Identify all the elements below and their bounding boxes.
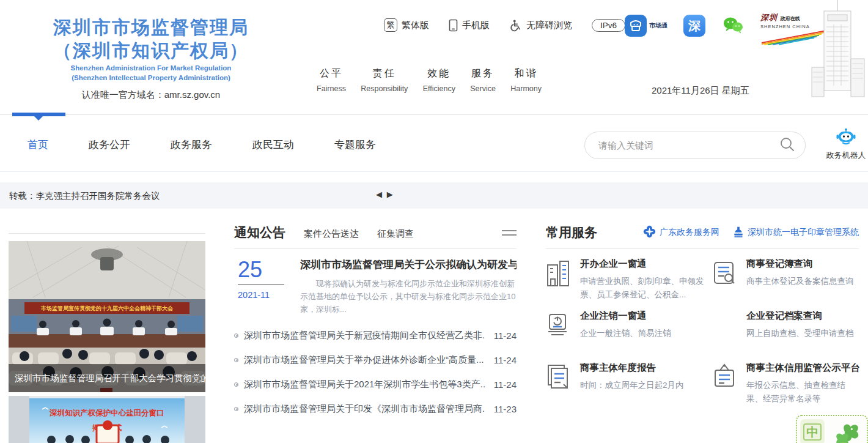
- org-subtitle-line2: (Shenzhen Intellectual Property Administ…: [15, 73, 287, 82]
- value-service: 服务 Service: [470, 67, 496, 93]
- robot-icon: [836, 138, 856, 148]
- org-title-line2: （深圳市知识产权局）: [15, 39, 287, 62]
- accessibility-link[interactable]: 无障碍浏览: [509, 19, 572, 32]
- mobile-version-link[interactable]: 手机版: [449, 19, 490, 32]
- notice-list-item[interactable]: 深圳市市场监督管理局关于举办促进体外诊断企业“高质量... 11-24: [234, 348, 517, 372]
- ticker-next-icon[interactable]: ▶: [387, 190, 394, 199]
- ipv6-link[interactable]: IPv6: [592, 19, 625, 32]
- featured-title[interactable]: 深圳市市场监督管理局关于公示拟确认为研发与标...: [300, 258, 517, 272]
- carousel-slide-unveiling[interactable]: 深圳知识产权保护中心盐田分窗口 揭牌仪式: [9, 396, 205, 443]
- traditional-chinese-label: 繁体版: [402, 20, 429, 31]
- document-search-icon: [712, 259, 737, 288]
- featured-date-rule: [238, 285, 284, 285]
- main-navbar: 首页 政务公开 政务服务 政民互动 专题服务 政务机器人: [0, 114, 868, 172]
- news-ticker: 转载：李克强主持召开国务院常务会议 ◀ ▶: [0, 182, 868, 209]
- service-text: 开办企业一窗通 申请营业执照、刻制印章、申领发票、员工参保登记、公积金...: [580, 258, 712, 302]
- shichangtong-app-icon: [625, 15, 647, 37]
- featured-notice[interactable]: 25 2021-11 深圳市市场监督管理局关于公示拟确认为研发与标... 现将拟…: [234, 258, 517, 316]
- unveiling-photo-image: 深圳知识产权保护中心盐田分窗口 揭牌仪式: [9, 396, 205, 443]
- carousel-slide-conference[interactable]: 市场监管局宣传贯彻党的十九届六中全会精神干部大会: [9, 241, 205, 392]
- svg-text:市场监管局宣传贯彻党的十九届六中全会精神干部大会: 市场监管局宣传贯彻党的十九届六中全会精神干部大会: [40, 305, 174, 311]
- service-credit-platform[interactable]: 商事主体信用监管公示平台 年报公示信息、抽查检查结果、经营异常名录等: [712, 362, 859, 414]
- zhong-tile: 中: [800, 419, 825, 443]
- hanging-board-icon: [712, 363, 737, 392]
- search-button[interactable]: [779, 136, 805, 154]
- site-logo[interactable]: 深圳市市场监督管理局 （深圳市知识产权局） Shenzhen Administr…: [15, 16, 287, 101]
- featured-date: 25 2021-11: [234, 258, 285, 316]
- nav-item-gov-services[interactable]: 政务服务: [171, 138, 212, 152]
- traditional-chinese-icon: 繁: [384, 18, 397, 32]
- services-links: 广东政务服务网 深圳市统一电子印章管理系统: [643, 225, 859, 241]
- nav-item-gov-disclosure[interactable]: 政务公开: [89, 138, 130, 152]
- bullet-icon: [234, 358, 238, 362]
- value-responsibility: 责任 Responsibility: [361, 67, 408, 93]
- notice-list-item[interactable]: 深圳市市场监督管理局关于印发《深圳市市场监督管理局商... 11-23: [234, 396, 517, 421]
- ipv6-badge: IPv6: [592, 19, 625, 32]
- service-text: 商事主体年度报告 时间：成立周年之日起2月内: [580, 362, 684, 392]
- nav-item-special-topics[interactable]: 专题服务: [334, 138, 376, 152]
- e-seal-system-link[interactable]: 深圳市统一电子印章管理系统: [733, 226, 859, 239]
- services-title: 常用服务: [546, 224, 597, 241]
- nav-active-indicator: [12, 113, 65, 116]
- building-sketch-image: [800, 0, 868, 100]
- nav-item-interaction[interactable]: 政民互动: [252, 138, 294, 152]
- services-grid: 开办企业一窗通 申请营业执照、刻制印章、申领发票、员工参保登记、公积金... 商…: [546, 258, 859, 414]
- service-text: 企业登记档案查询 网上自助查档、受理申请查档: [746, 310, 854, 340]
- tab-surveys[interactable]: 征集调查: [377, 228, 414, 240]
- services-header: 常用服务 广东政务服务网 深圳市统一电子印章管理系统: [546, 224, 859, 241]
- service-text: 企业注销一窗通 企业一般注销、简易注销: [580, 310, 671, 340]
- clover-leaves-icon: [827, 419, 864, 443]
- shichangtong-app-label: 市场通: [649, 21, 668, 30]
- papers-icon: [546, 363, 570, 392]
- power-icon: [546, 311, 570, 340]
- notice-list: 深圳市市场监督管理局关于新冠疫情期间全市仅经营乙类非... 11-24 深圳市市…: [234, 323, 517, 421]
- featured-summary: 现将拟确认为研发与标准化同步示范企业和深圳标准创新示范基地的单位予以公示，其中研…: [300, 277, 517, 316]
- services-divider: [546, 248, 859, 249]
- service-annual-report[interactable]: 商事主体年度报告 时间：成立周年之日起2月内: [546, 362, 712, 414]
- ticker-prev-icon[interactable]: ◀: [376, 190, 383, 199]
- service-deregistration[interactable]: 企业注销一窗通 企业一般注销、简易注销: [546, 310, 712, 362]
- green-float-widget[interactable]: 中: [796, 415, 868, 443]
- notice-list-item[interactable]: 深圳市市场监督管理局关于新冠疫情期间全市仅经营乙类非... 11-24: [234, 323, 517, 348]
- search-input[interactable]: [585, 140, 779, 151]
- wechat-link[interactable]: [721, 15, 745, 37]
- zhong-glyph: 中: [803, 423, 822, 441]
- site-header: 深圳市市场监督管理局 （深圳市知识产权局） Shenzhen Administr…: [0, 0, 868, 114]
- carousel-caption: 深圳市市场监督管理局召开干部大会学习贯彻党的十...: [9, 364, 205, 392]
- value-efficiency: 效能 Efficiency: [423, 67, 455, 93]
- org-subtitle-line1: Shenzhen Administration For Market Regul…: [15, 64, 287, 72]
- gov-robot-link[interactable]: 政务机器人: [824, 128, 868, 161]
- notices-more-icon[interactable]: [502, 227, 517, 239]
- featured-month: 2021-11: [238, 290, 285, 300]
- photo-carousel: 市场监管局宣传贯彻党的十九届六中全会精神干部大会: [9, 233, 205, 443]
- shichangtong-app-link[interactable]: 市场通: [625, 15, 668, 37]
- ticker-controls: ◀ ▶: [376, 190, 394, 199]
- building-icon: [546, 259, 570, 288]
- tab-case-announcements[interactable]: 案件公告送达: [304, 228, 359, 240]
- official-domain-note: 认准唯一官方域名：amr.sz.gov.cn: [15, 89, 287, 101]
- search-icon: [779, 145, 795, 154]
- gov-robot-label: 政务机器人: [824, 150, 868, 161]
- header-utilities: 繁 繁体版 手机版 无障碍浏览 IPv6: [384, 18, 625, 32]
- service-registry-query[interactable]: 商事登记簿查询 商事主体登记及备案信息查询: [712, 258, 859, 310]
- notice-list-item[interactable]: 深圳市市场监督管理局关于2021年深圳市学生书包等3类产... 11-24: [234, 372, 517, 396]
- nav-items: 首页 政务公开 政务服务 政民互动 专题服务: [28, 138, 376, 152]
- traditional-chinese-link[interactable]: 繁 繁体版: [384, 18, 429, 32]
- bullet-icon: [234, 382, 238, 387]
- value-fairness: 公平 Fairness: [317, 67, 346, 93]
- service-text: 商事主体信用监管公示平台 年报公示信息、抽查检查结果、经营异常名录等: [746, 362, 859, 406]
- nav-item-home[interactable]: 首页: [28, 138, 48, 152]
- services-section: 常用服务 广东政务服务网 深圳市统一电子印章管理系统: [546, 224, 859, 414]
- flower-icon: [643, 225, 656, 240]
- page: 深圳市市场监督管理局 （深圳市知识产权局） Shenzhen Administr…: [0, 0, 868, 443]
- notices-header: 通知公告 案件公告送达 征集调查: [234, 224, 517, 241]
- guangdong-gov-service-link[interactable]: 广东政务服务网: [643, 225, 719, 240]
- accessibility-icon: [509, 19, 522, 32]
- notices-section: 通知公告 案件公告送达 征集调查 25 2021-11 深圳市市场监督管理局关于…: [234, 224, 517, 421]
- service-archive-query[interactable]: 企业登记档案查询 网上自助查档、受理申请查档: [712, 310, 859, 362]
- ishenzhen-app-link[interactable]: 深: [683, 15, 705, 37]
- notices-tabs: 案件公告送达 征集调查: [304, 228, 414, 241]
- current-date: 2021年11月26日 星期五: [652, 85, 749, 97]
- ticker-headline[interactable]: 转载：李克强主持召开国务院常务会议: [9, 190, 160, 202]
- service-open-business[interactable]: 开办企业一窗通 申请营业执照、刻制印章、申领发票、员工参保登记、公积金...: [546, 258, 712, 310]
